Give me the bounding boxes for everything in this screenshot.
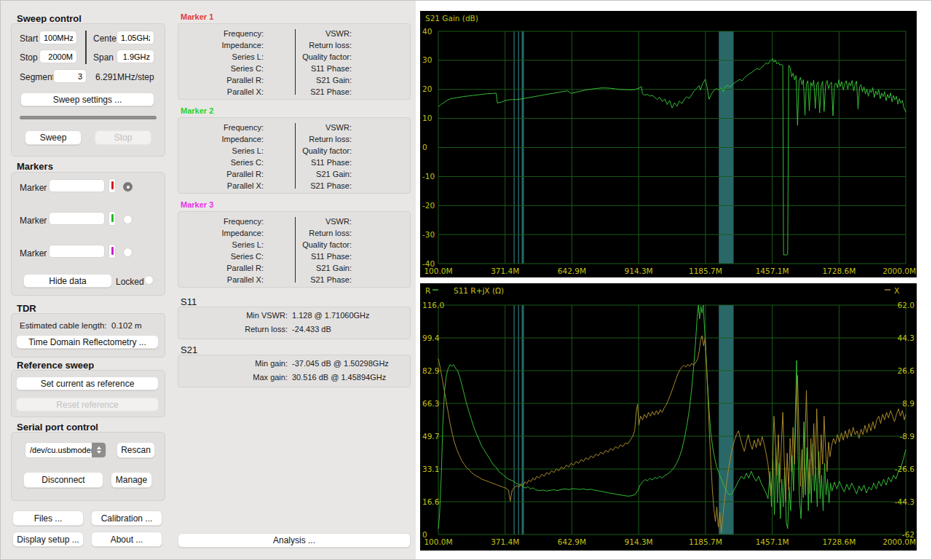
stop-button[interactable]: Stop [95,130,151,145]
center-label: Center [93,33,119,44]
s11-summary-title: S11 [181,296,197,307]
sweep-button[interactable]: Sweep [25,130,82,145]
right-axis-tick-label: 62.0 [898,301,915,309]
tdr-title: TDR [17,303,36,314]
y-axis-tick-label: 20 [422,84,432,93]
marker2-radio[interactable] [123,215,133,224]
max-gain-value: 30.516 dB @ 1.45894GHz [292,373,386,382]
about-button[interactable]: About ... [91,532,162,547]
band-overlay [719,305,733,535]
display-setup-button[interactable]: Display setup ... [12,532,84,547]
serial-port-select[interactable]: /dev/cu.usbmodem4001 [25,442,106,458]
locked-checkbox[interactable] [144,275,154,285]
marker2-color-chip[interactable] [108,211,116,226]
s11-rjx-chart[interactable]: 116.062.099.444.382.926.666.38.949.7-8.9… [420,283,917,551]
marker-data-right-label: S21 Phase: [266,275,352,284]
y-axis-tick-label: 66.3 [422,399,439,408]
x-axis-tick-label: 1185.7M [689,267,722,275]
marker-data-row: Impedance:Return loss: [178,135,410,146]
marker3-input[interactable] [49,245,105,258]
y-axis-tick-label: 49.7 [422,432,439,441]
start-input[interactable] [39,31,77,44]
marker1-radio[interactable] [123,182,133,192]
marker3-data-panel: Frequency:VSWR:Impedance:Return loss:Ser… [178,211,411,288]
legend-right-label: X [894,286,899,295]
manage-button[interactable]: Manage [111,472,152,488]
marker-data-left-label: Series L: [178,146,264,155]
calibration-button[interactable]: Calibration ... [91,510,162,526]
marker-data-row: Frequency:VSWR: [178,217,410,229]
s21-max-gain-row: Max gain: 30.516 dB @ 1.45894GHz [178,373,410,387]
serial-port-value: /dev/cu.usbmodem4001 [25,446,92,454]
s21-gain-svg: 403020100-10-20-30-40100.0M371.4M642.9M9… [420,11,917,277]
sweep-progress-bar [20,116,157,119]
marker-data-right-label: S21 Gain: [266,76,352,84]
right-axis-tick-label: 26.6 [898,366,915,375]
right-axis-tick-label: -26.6 [895,465,915,473]
marker1-input[interactable] [49,179,105,192]
analysis-button[interactable]: Analysis ... [178,533,411,548]
y-axis-tick-label: 40 [422,27,432,36]
marker-data-right-label: S21 Gain: [266,264,352,272]
marker-data-left-label: Parallel X: [178,275,264,284]
marker-data-right-label: S21 Phase: [266,181,352,190]
x-axis-tick-label: 371.4M [491,267,519,275]
reset-reference-button[interactable]: Reset reference [16,398,159,411]
files-button[interactable]: Files ... [12,510,84,526]
x-axis-tick-label: 1457.1M [756,267,789,275]
marker-data-row: Series L:Quality factor: [178,52,410,64]
right-axis-tick-label: 44.3 [898,334,915,342]
set-reference-button[interactable]: Set current as reference [16,376,159,390]
cable-length-label: Estimated cable length: [20,321,107,330]
marker-data-row: Series L:Quality factor: [178,146,410,158]
tdr-button[interactable]: Time Domain Reflectometry ... [16,335,159,349]
x-axis-tick-label: 1185.7M [689,537,722,546]
marker2-input[interactable] [49,212,105,225]
select-chevrons-icon [92,443,106,457]
marker-data-right-label: Quality factor: [266,52,352,61]
marker-data-left-label: Impedance: [178,229,264,237]
marker-data-divider [295,217,296,283]
sweep-settings-button[interactable]: Sweep settings ... [20,92,154,106]
nanovna-saver-window: Sweep control Start Center Stop Span Seg… [0,0,932,560]
y-axis-tick-label: 10 [422,114,432,122]
min-gain-value: -37.045 dB @ 1.50298GHz [292,359,389,368]
x-axis-tick-label: 371.4M [491,537,519,546]
marker1-data-title: Marker 1 [181,12,213,21]
serial-port-title: Serial port control [17,422,98,433]
marker-data-left-label: Frequency: [178,217,264,226]
x-axis-tick-label: 100.0M [424,267,452,275]
marker3-radio[interactable] [123,248,133,257]
marker-data-row: Parallel R:S21 Gain: [178,76,410,87]
legend-left-label: R [425,286,430,295]
marker-data-left-label: Parallel X: [178,87,264,96]
marker-data-left-label: Parallel R: [178,170,264,178]
marker1-color-chip[interactable] [108,178,116,193]
marker1-data-panel: Frequency:VSWR:Impedance:Return loss:Ser… [178,23,411,100]
s21-gain-chart[interactable]: 403020100-10-20-30-40100.0M371.4M642.9M9… [420,11,917,277]
rescan-button[interactable]: Rescan [116,442,155,458]
right-axis-tick-label: 8.9 [902,399,915,408]
span-input[interactable] [116,50,154,63]
right-axis-tick-label: -44.3 [895,497,915,506]
segments-input[interactable] [53,69,87,83]
chart-title: S11 R+jX (Ω) [454,286,504,295]
trace-X [438,336,906,533]
marker-data-row: Series C:S11 Phase: [178,64,410,76]
max-gain-label: Max gain: [178,373,288,382]
right-axis-tick-label: -8.9 [900,432,915,441]
marker-data-left-label: Series C: [178,64,264,73]
marker-data-right-label: S21 Phase: [266,87,352,96]
stop-input[interactable] [39,50,77,63]
marker3-color-chip[interactable] [108,244,116,259]
center-input[interactable] [116,31,154,44]
disconnect-button[interactable]: Disconnect [23,472,103,488]
marker-data-right-label: S11 Phase: [266,158,352,167]
marker-data-divider [295,29,296,95]
marker-data-row: Parallel R:S21 Gain: [178,170,410,181]
s11-rjx-svg: 116.062.099.444.382.926.666.38.949.7-8.9… [420,283,917,551]
marker-data-left-label: Impedance: [178,135,264,143]
marker2-data-title: Marker 2 [181,106,213,115]
s11-return-loss-row: Return loss: -24.433 dB [178,325,410,339]
hide-data-button[interactable]: Hide data [23,274,112,288]
